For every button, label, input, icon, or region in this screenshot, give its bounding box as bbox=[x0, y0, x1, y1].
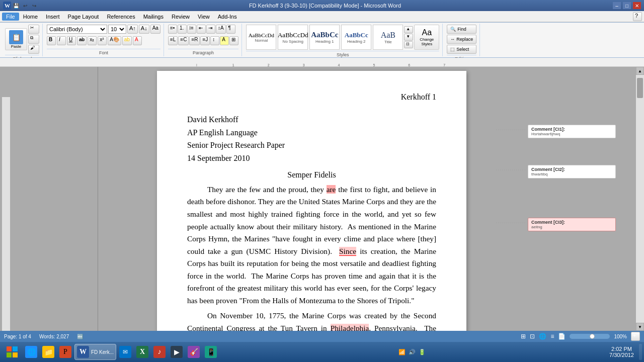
doc-body[interactable]: David Kerkhoff AP English Language Senio… bbox=[187, 113, 436, 331]
highlight-btn[interactable]: ab bbox=[122, 36, 132, 45]
sort-btn[interactable]: ↕A bbox=[216, 25, 226, 34]
scroll-track[interactable] bbox=[636, 75, 644, 323]
align-left-btn[interactable]: ≡L bbox=[168, 36, 178, 45]
borders-btn[interactable]: ⊞ bbox=[229, 36, 238, 45]
paragraph-2[interactable]: On November 10, 1775, the Marine Corps w… bbox=[187, 310, 436, 331]
view-print-layout[interactable]: ⊞ bbox=[521, 333, 526, 340]
taskbar-phone-btn[interactable]: 📱 bbox=[203, 344, 219, 360]
taskbar-outlook-btn[interactable]: ✉ bbox=[117, 344, 133, 360]
taskbar-excel-btn[interactable]: X bbox=[134, 344, 150, 360]
replace-btn[interactable]: ↔ Replace bbox=[447, 35, 476, 44]
increase-indent-btn[interactable]: ⇥ bbox=[206, 25, 215, 34]
styles-more[interactable]: ⊡ bbox=[404, 41, 413, 48]
align-right-btn[interactable]: ≡R bbox=[189, 36, 200, 45]
view-draft[interactable]: 📄 bbox=[558, 333, 566, 340]
scroll-up-btn[interactable]: ▲ bbox=[636, 67, 644, 75]
quick-save-btn[interactable]: 💾 bbox=[12, 2, 20, 10]
menu-file[interactable]: File bbox=[2, 13, 19, 21]
style-title[interactable]: AaB Title bbox=[373, 25, 403, 50]
paste-label: Paste bbox=[11, 44, 21, 49]
decrease-indent-btn[interactable]: ⇤ bbox=[197, 25, 206, 34]
shrink-font-btn[interactable]: A↓ bbox=[139, 25, 149, 34]
clear-format-btn[interactable]: Aa bbox=[150, 25, 160, 34]
paste-btn[interactable]: 📋 Paste bbox=[5, 28, 27, 50]
font-size-select[interactable]: 10 11 12 bbox=[108, 25, 126, 34]
close-btn[interactable]: ✕ bbox=[633, 2, 641, 9]
zoom-in-btn[interactable]: + bbox=[631, 332, 640, 341]
view-outline[interactable]: ≡ bbox=[550, 333, 554, 340]
help-btn[interactable]: ? bbox=[633, 12, 642, 21]
taskbar-itunes-btn[interactable]: ♪ bbox=[151, 344, 168, 360]
zoom-thumb[interactable] bbox=[590, 334, 595, 339]
view-fullscreen[interactable]: ⊡ bbox=[530, 333, 535, 340]
zoom-slider[interactable] bbox=[570, 334, 610, 339]
taskbar-ie-btn[interactable]: 🌐 bbox=[23, 344, 39, 360]
doc-title: Semper Fidelis bbox=[187, 168, 436, 182]
style-normal[interactable]: AaBbCcDd Normal bbox=[246, 25, 276, 50]
paragraph-1[interactable]: They are the few and the proud, they are… bbox=[187, 184, 436, 307]
text-effect-btn[interactable]: A🎨 bbox=[108, 36, 121, 45]
menu-review[interactable]: Review bbox=[168, 13, 194, 21]
maximize-btn[interactable]: □ bbox=[623, 2, 631, 9]
change-styles-btn[interactable]: Aa ChangeStyles bbox=[414, 25, 439, 50]
vertical-scrollbar[interactable]: ▲ ▼ bbox=[636, 67, 644, 331]
menu-insert[interactable]: Insert bbox=[42, 13, 64, 21]
menu-pagelayout[interactable]: Page Layout bbox=[64, 13, 103, 21]
numbering-btn[interactable]: 1. bbox=[178, 25, 187, 34]
taskbar-explorer-btn[interactable]: 📁 bbox=[40, 344, 56, 360]
svg-rect-8 bbox=[13, 352, 18, 357]
align-center-btn[interactable]: ≡C bbox=[178, 36, 189, 45]
menu-view[interactable]: View bbox=[194, 13, 214, 21]
copy-btn[interactable]: ⧉ bbox=[28, 35, 39, 44]
grow-font-btn[interactable]: A↑ bbox=[127, 25, 138, 34]
bullets-btn[interactable]: ≡• bbox=[168, 25, 177, 34]
format-painter-btn[interactable]: 🖌 bbox=[28, 45, 39, 54]
find-btn[interactable]: 🔍 Find bbox=[447, 25, 476, 34]
tray-network[interactable]: 📶 bbox=[398, 348, 406, 356]
tray-volume[interactable]: 🔊 bbox=[408, 348, 416, 356]
view-web[interactable]: 🌐 bbox=[539, 333, 546, 340]
show-marks-btn[interactable]: ¶ bbox=[226, 25, 235, 34]
style-heading2[interactable]: AaBbCc Heading 2 bbox=[341, 25, 371, 50]
style-heading1[interactable]: AaBbCc Heading 1 bbox=[309, 25, 340, 50]
italic-btn[interactable]: I bbox=[57, 36, 66, 45]
strikethrough-btn[interactable]: ab bbox=[77, 36, 87, 45]
styles-scroll-down[interactable]: ▼ bbox=[404, 34, 413, 41]
style-nospacing[interactable]: AaBbCcDd No Spacing bbox=[278, 25, 308, 50]
shading-btn[interactable]: A bbox=[220, 36, 229, 45]
comment-ci2[interactable]: Comment [CI2]: thwartibq bbox=[528, 165, 616, 178]
comment-ci3[interactable]: Comment [CI3]: aeitng bbox=[528, 218, 616, 231]
menu-references[interactable]: References bbox=[103, 13, 139, 21]
subscript-btn[interactable]: x₂ bbox=[88, 36, 97, 45]
font-color-btn[interactable]: A bbox=[133, 36, 142, 45]
select-btn[interactable]: ⬚ Select bbox=[447, 45, 476, 54]
menu-addins[interactable]: Add-Ins bbox=[214, 13, 241, 21]
multilevel-btn[interactable]: ⁞≡ bbox=[187, 25, 196, 34]
underline-btn[interactable]: U bbox=[67, 36, 76, 45]
bold-btn[interactable]: B bbox=[47, 36, 56, 45]
font-size-wrapper: 10 11 12 bbox=[108, 25, 126, 34]
change-styles-label: ChangeStyles bbox=[420, 37, 434, 46]
menu-mailings[interactable]: Mailings bbox=[139, 13, 168, 21]
tray-battery[interactable]: 🔋 bbox=[418, 348, 426, 356]
minimize-btn[interactable]: – bbox=[613, 2, 621, 9]
menu-home[interactable]: Home bbox=[19, 13, 42, 21]
show-desktop-btn[interactable] bbox=[639, 344, 642, 360]
scroll-thumb[interactable] bbox=[637, 78, 643, 98]
line-spacing-btn[interactable]: ↕ bbox=[210, 36, 219, 45]
font-name-select[interactable]: Calibri (Body) bbox=[47, 25, 107, 34]
superscript-btn[interactable]: x² bbox=[98, 36, 107, 45]
comment-ci1[interactable]: Comment [CI1]: Hsrtahwar6jhwq bbox=[528, 125, 616, 138]
cut-btn[interactable]: ✂ bbox=[28, 25, 39, 34]
taskbar-word-btn[interactable]: W FD Kerk... bbox=[74, 344, 116, 360]
styles-scroll-up[interactable]: ▲ bbox=[404, 26, 413, 33]
quick-undo-btn[interactable]: ↩ bbox=[21, 2, 29, 10]
taskbar-powerpoint-btn[interactable]: P bbox=[57, 344, 73, 360]
taskbar-media-btn[interactable]: ▶ bbox=[169, 344, 185, 360]
justify-btn[interactable]: ≡J bbox=[200, 36, 210, 45]
start-btn[interactable] bbox=[2, 344, 22, 360]
scroll-down-btn[interactable]: ▼ bbox=[636, 323, 644, 331]
system-clock[interactable]: 2:02 PM 7/30/2012 bbox=[605, 346, 638, 358]
quick-redo-btn[interactable]: ↪ bbox=[30, 2, 38, 10]
taskbar-guitar-btn[interactable]: 🎸 bbox=[186, 344, 202, 360]
